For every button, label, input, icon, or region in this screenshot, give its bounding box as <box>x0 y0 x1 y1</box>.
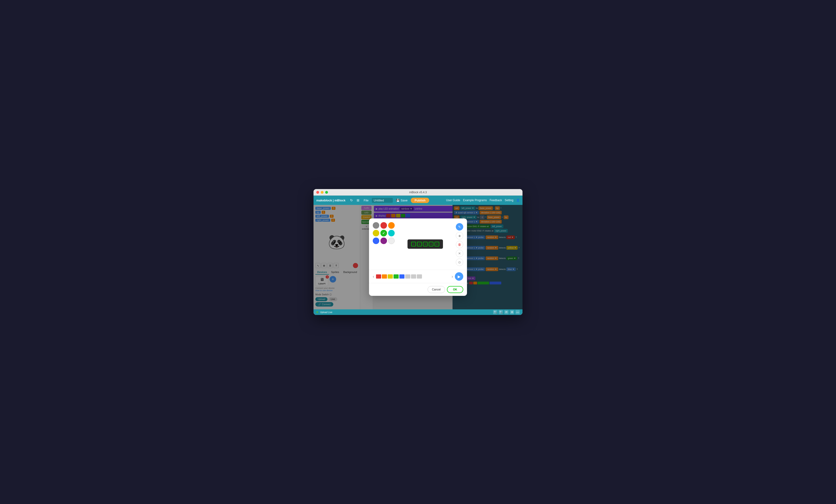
preview-strip <box>376 274 450 278</box>
zoom-out-button[interactable]: 🔍 <box>499 310 503 314</box>
color-white[interactable] <box>388 237 395 244</box>
led-animation-modal: 1 2 3 4 5 ✎ ◈ 🗑 ✕ <box>369 218 467 296</box>
modal-led-visual: 1 2 3 4 5 <box>398 222 453 266</box>
window-title: mBlock v5.4.3 <box>409 191 426 194</box>
preview-color-6 <box>405 274 410 278</box>
user-guide-link[interactable]: User Guide <box>446 199 460 202</box>
status-indicator <box>316 311 318 313</box>
preview-color-1 <box>376 274 381 278</box>
settings-zoom-button[interactable]: ⚙ <box>510 310 514 314</box>
led-pip-3[interactable]: 3 <box>423 242 428 247</box>
status-bar: Upload Live 🔍 🔍 ⟳ ⚙ — <box>314 309 522 315</box>
color-green[interactable] <box>380 230 387 236</box>
toolbar: makeblock | mBlock ↻ ⊞ File 💾 Save Publi… <box>314 196 522 205</box>
erase-tool-button[interactable]: ◈ <box>456 232 463 239</box>
app-window: mBlock v5.4.3 makeblock | mBlock ↻ ⊞ Fil… <box>314 189 522 315</box>
play-preview-button[interactable]: ▶ <box>455 272 463 281</box>
preview-color-2 <box>382 274 387 278</box>
modal-footer: Cancel OK <box>369 283 467 296</box>
led-pips: 1 2 3 4 5 <box>411 242 439 247</box>
cancel-button[interactable]: Cancel <box>428 286 445 293</box>
reset-zoom-button[interactable]: ⟳ <box>504 310 509 314</box>
cross-tool-button[interactable]: ✕ <box>456 250 463 257</box>
publish-button[interactable]: Publish <box>411 198 429 203</box>
user-avatar[interactable]: 👤 <box>516 199 520 202</box>
color-yellow[interactable] <box>373 230 379 236</box>
title-bar: mBlock v5.4.3 <box>314 189 522 196</box>
main-area: base_power 0 kp 0 left_power 0 right_pow… <box>314 205 522 309</box>
preview-color-8 <box>417 274 422 278</box>
project-title-input[interactable] <box>372 198 393 203</box>
led-pip-2[interactable]: 2 <box>417 242 422 247</box>
ok-button[interactable]: OK <box>447 286 463 293</box>
edit-tool-button[interactable]: ✎ <box>456 223 463 231</box>
led-pip-4[interactable]: 4 <box>429 242 433 247</box>
next-frame-button[interactable]: › <box>452 274 453 279</box>
home-icon[interactable]: ⊞ <box>356 197 360 203</box>
modal-overlay: 1 2 3 4 5 ✎ ◈ 🗑 ✕ <box>314 205 522 309</box>
led-device: 1 2 3 4 5 <box>407 239 443 249</box>
color-orange[interactable] <box>388 222 395 229</box>
preview-color-4 <box>394 274 399 278</box>
brand-label: makeblock | mBlock <box>316 199 345 202</box>
preview-color-7 <box>411 274 416 278</box>
preview-color-3 <box>388 274 393 278</box>
save-button[interactable]: 💾 Save <box>395 198 409 203</box>
led-pip-5[interactable]: 5 <box>435 242 439 247</box>
minimize-button[interactable] <box>321 191 324 194</box>
modal-tools: ✎ ◈ 🗑 ✕ ⊙ <box>456 222 463 266</box>
preview-color-5 <box>399 274 404 278</box>
upload-live-label: Upload Live <box>320 311 332 313</box>
color-gray[interactable] <box>373 222 379 229</box>
feedback-link[interactable]: Feedback <box>490 199 502 202</box>
led-pip-1[interactable]: 1 <box>411 242 416 247</box>
zoom-controls: 🔍 🔍 ⟳ ⚙ — <box>493 310 520 314</box>
maximize-button[interactable] <box>325 191 328 194</box>
toolbar-right: User Guide Example Programs Feedback Set… <box>446 199 520 202</box>
zoom-in-button[interactable]: 🔍 <box>493 310 497 314</box>
copy-tool-button[interactable]: ⊙ <box>456 258 463 266</box>
color-grid <box>373 222 395 244</box>
color-purple[interactable] <box>380 237 387 244</box>
example-programs-link[interactable]: Example Programs <box>463 199 487 202</box>
prev-frame-button[interactable]: ‹ <box>373 274 374 279</box>
delete-tool-button[interactable]: 🗑 <box>456 241 463 248</box>
color-blue[interactable] <box>373 237 379 244</box>
refresh-icon[interactable]: ↻ <box>349 197 354 203</box>
modal-color-picker <box>373 222 395 266</box>
file-menu[interactable]: File <box>362 198 370 203</box>
color-red[interactable] <box>380 222 387 229</box>
modal-preview: ‹ › ▶ <box>369 270 467 283</box>
close-button[interactable] <box>316 191 319 194</box>
setting-link[interactable]: Setting <box>505 199 513 202</box>
window-controls <box>316 191 328 194</box>
minus-button[interactable]: — <box>515 310 520 314</box>
modal-body: 1 2 3 4 5 ✎ ◈ 🗑 ✕ <box>369 218 467 270</box>
color-cyan[interactable] <box>388 230 395 236</box>
